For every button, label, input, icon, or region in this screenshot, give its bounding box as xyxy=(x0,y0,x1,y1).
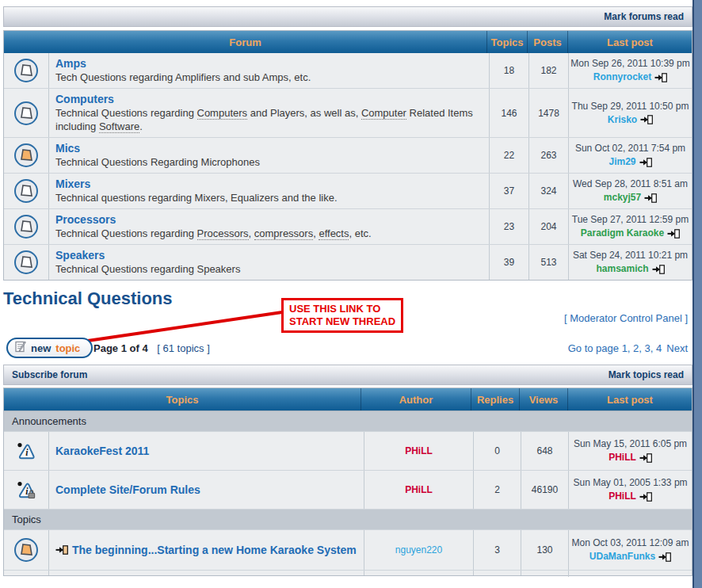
lastpost-date: Mon Sep 26, 2011 10:39 pm xyxy=(570,57,690,71)
forum-description-segment: Computer xyxy=(361,107,406,120)
goto-post-icon xyxy=(652,265,665,274)
forum-description-segment: and Players, as well as, xyxy=(247,107,361,119)
new-topic-button[interactable]: newtopic xyxy=(6,338,93,358)
forum-icon-cell xyxy=(4,209,48,244)
topic-icon-cell: i xyxy=(4,432,48,470)
lastpost-user-link[interactable]: PHiLL xyxy=(609,451,636,464)
goto-page-link[interactable]: 3 xyxy=(645,342,650,354)
forum-lastpost-cell: Sat Sep 24, 2011 10:21 pmhamsamich xyxy=(568,245,692,280)
moderator-control-panel-link[interactable]: [ Moderator Control Panel ] xyxy=(564,312,688,324)
lastpost-user-link[interactable]: Ronnyrocket xyxy=(593,71,651,84)
announcement-icon: i xyxy=(16,441,36,461)
forum-description-segment: Software xyxy=(99,120,139,133)
forum-name-link[interactable]: Mixers xyxy=(55,178,90,191)
topics-table: Topics Author Replies Views Last post An… xyxy=(3,388,692,576)
lastpost-date: Mon Oct 03, 2011 12:09 am xyxy=(572,536,689,550)
forum-posts-count: 324 xyxy=(528,174,568,208)
forum-icon xyxy=(13,214,39,239)
topic-title-line: The beginning...Starting a new Home Kara… xyxy=(55,544,357,557)
lastpost-user-link[interactable]: Krisko xyxy=(608,113,637,127)
forum-name-link[interactable]: Mics xyxy=(55,142,80,155)
mark-topics-read-link[interactable]: Mark topics read xyxy=(609,369,684,380)
goto-post-icon xyxy=(639,453,652,463)
goto-next-link[interactable]: Next xyxy=(666,342,688,354)
goto-newest-icon xyxy=(55,545,68,555)
forum-icon xyxy=(13,178,39,204)
topic-row: The beginning...Starting a new Home Kara… xyxy=(4,529,692,570)
forum-icon xyxy=(13,58,39,83)
forum-name-link[interactable]: Speakers xyxy=(55,249,105,262)
lastpost-date: Wed Sep 28, 2011 8:51 am xyxy=(573,178,688,191)
lastpost-user-link[interactable]: hamsamich xyxy=(596,262,648,276)
forum-posts-count: 204 xyxy=(528,209,568,244)
forum-table: Forum Topics Posts Last post AmpsTech Qu… xyxy=(3,30,692,281)
topic-title-link[interactable]: Complete Site/Forum Rules xyxy=(55,483,200,497)
subscribe-forum-link[interactable]: Subscribe forum xyxy=(12,369,87,380)
forum-description: Technical Questions Regarding Microphone… xyxy=(55,155,260,169)
lastpost-date: Sun Oct 02, 2011 7:54 pm xyxy=(575,142,685,155)
annotation-callout: USE THIS LINK TO START NEW THREAD xyxy=(281,298,403,333)
forum-main-cell: AmpsTech Questions regarding Amplifiers … xyxy=(48,53,489,88)
topic-author-link[interactable]: nguyen220 xyxy=(395,544,442,556)
topic-title-link[interactable]: The beginning...Starting a new Home Kara… xyxy=(72,544,357,557)
forum-topics-count: 22 xyxy=(489,138,528,173)
forum-topics-count: 23 xyxy=(489,209,528,244)
forum-description: Technical Questions regarding Speakers xyxy=(55,262,240,276)
goto-post-icon xyxy=(640,115,653,124)
topic-unread-icon xyxy=(13,537,39,563)
lastpost-user-link[interactable]: Jim29 xyxy=(609,155,635,169)
topic-views-count: 130 xyxy=(521,530,568,570)
section-bar: Topics xyxy=(4,509,692,529)
page-number-text: Page 1 of 4 xyxy=(93,342,148,354)
lastpost-byline: Paradigm Karaoke xyxy=(581,227,680,240)
lastpost-byline: Ronnyrocket xyxy=(593,71,667,84)
section-bar: Announcements xyxy=(4,410,692,431)
forum-description-segment: Technical Questions regarding xyxy=(55,107,197,119)
views-column-header: Views xyxy=(519,388,567,410)
forum-name-link[interactable]: Processors xyxy=(55,213,116,227)
forum-description-segment: , etc. xyxy=(349,227,371,239)
forum-icon xyxy=(13,250,39,275)
pagination-info: Page 1 of 4 [ 61 topics ] xyxy=(93,342,210,354)
lastpost-byline: UDaManFunks xyxy=(589,550,671,563)
forum-lastpost-cell: Mon Sep 26, 2011 10:39 pmRonnyrocket xyxy=(568,53,692,88)
goto-post-icon xyxy=(654,73,667,82)
lastpost-user-link[interactable]: PHiLL xyxy=(609,490,636,503)
forum-description-segment: , xyxy=(249,227,254,239)
goto-page-link[interactable]: 4 xyxy=(656,342,662,354)
forum-name-link[interactable]: Computers xyxy=(55,93,114,106)
forum-icon-cell xyxy=(4,174,48,208)
author-column-header: Author xyxy=(361,388,471,410)
forum-lastpost-cell: Tue Sep 27, 2011 12:59 pmParadigm Karaok… xyxy=(568,209,692,244)
topic-row: iComplete Site/Forum RulesPHiLL246190Sun… xyxy=(4,470,692,509)
lastpost-user-link[interactable]: mckyj57 xyxy=(604,191,641,204)
topic-title-link[interactable]: KaraokeFest 2011 xyxy=(55,445,149,458)
topic-views-count: 46190 xyxy=(521,471,568,509)
replies-column-header: Replies xyxy=(471,388,519,410)
topics-table-body: AnnouncementsiKaraokeFest 2011PHiLL0648S… xyxy=(4,410,692,570)
goto-post-icon xyxy=(644,193,657,203)
lastpost-user-link[interactable]: UDaManFunks xyxy=(589,550,655,563)
forum-table-body: AmpsTech Questions regarding Amplifiers … xyxy=(4,53,692,280)
topic-author-link[interactable]: PHiLL xyxy=(405,445,433,456)
goto-page-link[interactable]: 2 xyxy=(633,342,639,354)
lastpost-date: Tue Sep 27, 2011 12:59 pm xyxy=(572,213,689,227)
forum-description-segment: Computers xyxy=(197,107,248,120)
topic-replies-count: 0 xyxy=(473,432,521,470)
topic-author-cell: nguyen220 xyxy=(364,530,473,570)
page-title: Technical Questions xyxy=(3,288,173,309)
mark-forums-read-link[interactable]: Mark forums read xyxy=(604,11,684,22)
forum-posts-count: 513 xyxy=(528,245,568,280)
forum-description-segment: Technical Questions Regarding Microphone… xyxy=(55,156,260,168)
forum-name-link[interactable]: Amps xyxy=(55,57,86,71)
forum-description-segment: Tech Questions regarding Amplifiers and … xyxy=(55,71,311,83)
goto-page-link[interactable]: 1 xyxy=(622,342,628,354)
forum-description-segment: Technical Questions regarding Speakers xyxy=(55,263,240,275)
annotation-line1: USE THIS LINK TO xyxy=(289,303,395,315)
lastpost-user-link[interactable]: Paradigm Karaoke xyxy=(581,227,664,240)
topic-author-link[interactable]: PHiLL xyxy=(405,484,433,495)
topic-replies-count: 2 xyxy=(473,471,521,509)
forum-icon xyxy=(13,101,39,126)
topic-views-count: 648 xyxy=(521,432,568,470)
forum-icon-cell xyxy=(4,138,48,173)
